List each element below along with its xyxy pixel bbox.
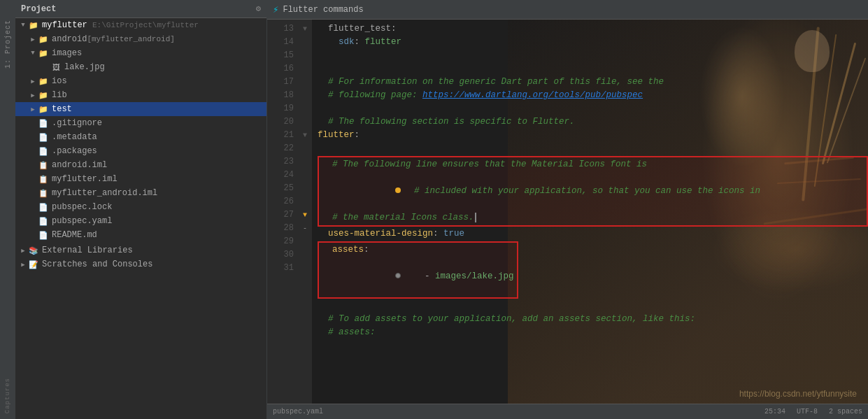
tree-item-label: myflutter E:\GitProject\myflutter — [42, 20, 199, 30]
code-line-22 — [318, 142, 868, 155]
iml2-icon: 📋 — [38, 173, 49, 185]
tree-item-androidml[interactable]: ▶ 📋 android.iml — [15, 158, 266, 172]
code-gutter: ▼ ▼ ▼ - — [298, 20, 312, 404]
android-folder-icon: 📁 — [38, 34, 49, 45]
captures-label: Captures — [4, 378, 11, 413]
code-line-24: # included with your application, so tha… — [322, 171, 864, 211]
tree-label-androidml: android.iml — [52, 160, 107, 170]
code-line-16 — [318, 62, 868, 76]
tree-item-test[interactable]: ▶ 📁 test — [15, 102, 266, 116]
tree-item-packages[interactable]: ▶ 📄 .packages — [15, 144, 266, 158]
tree-label-readme: README.md — [52, 230, 97, 240]
scratches-icon: 📝 — [28, 259, 39, 270]
extlibs-icon: 📚 — [28, 245, 39, 256]
highlight-box-assets: assets: - images/lake.jpg — [318, 241, 518, 299]
code-line-27: assets: — [322, 243, 514, 257]
code-line-19 — [318, 102, 868, 115]
code-line-17: # For information on the generic Dart pa… — [318, 76, 868, 89]
tree-item-lakejpg[interactable]: ▶ 🖼 lake.jpg — [15, 60, 266, 74]
toolbar-title: Flutter commands — [283, 5, 363, 15]
tree-item-myflutterandroid[interactable]: ▶ 📋 myflutter_android.iml — [15, 186, 266, 200]
tree-item-scratches[interactable]: ▶ 📝 Scratches and Consoles — [15, 257, 266, 271]
gitignore-icon: 📄 — [38, 118, 49, 129]
tree-label-images: images — [52, 48, 82, 58]
tree-label-myflutteriml: myflutter.iml — [52, 174, 118, 184]
sidebar-title: Project — [21, 4, 56, 14]
code-line-15 — [318, 49, 868, 62]
code-editor: ⚡ Flutter commands — [267, 0, 868, 419]
code-line-28: - images/lake.jpg — [322, 257, 514, 297]
tree-label-test: test — [52, 104, 72, 114]
code-line-29 — [318, 299, 868, 313]
tree-label-pubspeclock: pubspec.lock — [52, 202, 112, 212]
code-line-23: # The following line ensures that the Ma… — [322, 158, 864, 171]
iml-icon: 📋 — [38, 159, 49, 171]
tree-item-gitignore[interactable]: ▶ 📄 .gitignore — [15, 116, 266, 130]
readme-icon: 📄 — [38, 229, 49, 241]
tree-label-lakejpg: lake.jpg — [64, 62, 105, 72]
editor-toolbar: ⚡ Flutter commands — [267, 0, 868, 20]
tree-item-pubspecyaml[interactable]: ▶ 📄 pubspec.yaml — [15, 214, 266, 228]
code-line-30: # To add assets to your application, add… — [318, 313, 868, 326]
tree-item-readme[interactable]: ▶ 📄 README.md — [15, 228, 266, 242]
metadata-icon: 📄 — [38, 132, 49, 143]
watermark: https://blog.csdn.net/ytfunnysite — [739, 388, 857, 401]
encoding-label: UTF-8 — [797, 408, 818, 416]
code-line-18: # following page: https://www.dartlang.o… — [318, 89, 868, 102]
line-numbers: 13 14 15 16 17 18 19 20 21 22 23 24 25 2… — [267, 20, 298, 404]
tree-label-packages: .packages — [52, 146, 97, 156]
project-tree[interactable]: ▼ 📁 myflutter E:\GitProject\myflutter ▶ … — [15, 18, 266, 419]
tree-label-android: android — [52, 34, 87, 44]
tree-item-metadata[interactable]: ▶ 📄 .metadata — [15, 130, 266, 144]
highlight-box-comments: # The following line ensures that the Ma… — [318, 156, 868, 227]
expand-arrow: ▼ — [18, 20, 28, 30]
tree-label-myflutterandroid: myflutter_android.iml — [52, 188, 157, 198]
yaml-icon: 📄 — [38, 215, 49, 227]
line-col-indicator: 25:34 — [764, 408, 785, 416]
code-line-26: uses-material-design: true — [318, 227, 868, 241]
tree-item-lib[interactable]: ▶ 📁 lib — [15, 88, 266, 102]
code-line-20: # The following section is specific to F… — [318, 115, 868, 129]
code-line-31: # assets: — [318, 326, 868, 339]
tree-label-pubspecyaml: pubspec.yaml — [52, 216, 112, 226]
status-bar: pubspec.yaml 25:34 UTF-8 2 spaces — [267, 404, 868, 419]
lock-icon: 📄 — [38, 201, 49, 213]
code-line-25: # the material Icons class. — [322, 211, 864, 225]
tree-label-lib: lib — [52, 90, 67, 100]
tree-label-gitignore: .gitignore — [52, 118, 102, 128]
iml3-icon: 📋 — [38, 187, 49, 199]
test-folder-icon: 📁 — [38, 104, 49, 115]
tree-item-ios[interactable]: ▶ 📁 ios — [15, 74, 266, 88]
tree-item-android[interactable]: ▶ 📁 android [myflutter_android] — [15, 32, 266, 46]
ios-folder-icon: 📁 — [38, 76, 49, 87]
project-folder-icon: 📁 — [28, 20, 39, 31]
tree-label-extlibs: External Libraries — [42, 246, 133, 255]
code-line-13: flutter_test: — [318, 22, 868, 36]
tree-item-images[interactable]: ▼ 📁 images — [15, 46, 266, 60]
tree-item-root[interactable]: ▼ 📁 myflutter E:\GitProject\myflutter — [15, 18, 266, 32]
lib-folder-icon: 📁 — [38, 90, 49, 101]
images-folder-icon: 📁 — [38, 48, 49, 59]
project-icon[interactable]: 1: Project — [4, 20, 12, 69]
tree-item-pubspeclock[interactable]: ▶ 📄 pubspec.lock — [15, 200, 266, 214]
left-tool-panel: 1: Project Captures — [0, 0, 15, 419]
tree-item-myflutteriml[interactable]: ▶ 📋 myflutter.iml — [15, 172, 266, 186]
tree-label-ios: ios — [52, 76, 67, 86]
tree-label-scratches: Scratches and Consoles — [42, 260, 152, 269]
sidebar-settings-icon[interactable]: ⚙ — [256, 3, 261, 14]
status-text: pubspec.yaml — [273, 408, 323, 416]
flutter-icon: ⚡ — [273, 3, 278, 15]
code-line-21: flutter: — [318, 129, 868, 142]
indent-label: 2 spaces — [829, 408, 862, 416]
packages-icon: 📄 — [38, 145, 49, 157]
code-content[interactable]: flutter_test: sdk: flutter # For informa… — [312, 20, 868, 404]
tree-item-extlibs[interactable]: ▶ 📚 External Libraries — [15, 243, 266, 257]
tree-label-metadata: .metadata — [52, 132, 97, 142]
image-file-icon: 🖼 — [50, 62, 62, 73]
code-line-14: sdk: flutter — [318, 36, 868, 49]
project-sidebar: Project ⚙ ▼ 📁 myflutter E:\GitProject\my… — [15, 0, 267, 419]
